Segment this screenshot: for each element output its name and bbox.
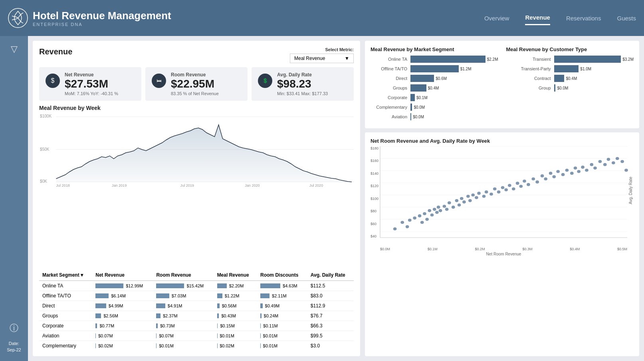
metric-dropdown[interactable]: Meal Revenue ▼ [290,54,354,63]
customer-bar-value: $1.0M [580,67,591,71]
col-net[interactable]: Net Revenue [92,270,153,281]
scatter-x-label: Net Room Revenue [380,252,627,256]
svg-point-37 [448,201,451,205]
market-segment-table: Market Segment ▾ Net Revenue Room Revenu… [39,270,354,350]
app-subtitle: ENTERPRISE DNA [33,22,171,27]
svg-point-33 [437,205,440,209]
customer-bar-label: Group [506,86,554,90]
right-top-charts: Meal Revenue by Market Segment Online TA… [365,41,639,128]
cell-adr: $83.0 [307,291,354,301]
scatter-title: Net Room Revenue and Avg. Daily Rate by … [371,138,634,144]
svg-point-56 [512,187,515,191]
sidebar-bottom: ⓘ Date: Sep-22 [7,322,21,353]
scatter-svg [380,146,627,246]
info-icon[interactable]: ⓘ [10,322,18,334]
week-chart-container: $100K $50K $0K [39,113,354,185]
room-revenue-icon: 🛏 [152,74,166,88]
net-revenue-sub: MoM: 7.16% YoY: -40.31 % [65,91,118,96]
kpi-net-revenue: $ Net Revenue $27.53M MoM: 7.16% YoY: -4… [39,67,141,101]
segment-bar-fill [410,65,459,72]
svg-point-41 [460,197,464,200]
nav-reservations[interactable]: Reservations [566,12,601,25]
table-row: Online TA $12.99M $15.42M $2.20M $4.63M [39,281,354,291]
cell-meal: $0.56M [214,301,257,311]
svg-point-53 [501,186,505,189]
room-revenue-label: Room Revenue [171,72,219,78]
cell-segment: Direct [39,301,92,311]
metric-value: Meal Revenue [294,56,325,61]
scatter-plot-body: $0.0M $0.1M $0.2M $0.3M $0.4M $0.5M Net … [380,146,627,246]
cell-adr: $3.0 [307,341,354,350]
svg-text:$100K: $100K [40,114,52,118]
segment-bar-value: $0.0M [413,115,424,119]
svg-point-21 [400,221,404,224]
net-revenue-icon: $ [46,74,60,88]
logo-icon [8,8,28,28]
svg-point-62 [535,180,539,183]
cell-adr: $112.5 [307,281,354,291]
y-label-180: $180 [371,146,378,150]
svg-point-79 [607,158,610,161]
week-chart-section: Meal Revenue by Week $100K $50K $0K [39,105,354,266]
customer-bar-fill [554,84,556,92]
scatter-y-label-container: Avg. Daily Rate [627,146,634,246]
col-adr[interactable]: Avg. Daily Rate [307,270,354,281]
daily-rate-sub: Min: $33.41 Max: $177.33 [277,91,328,96]
net-revenue-label: Net Revenue [65,72,118,78]
cell-net: $2.56M [92,311,153,321]
cell-room: $0.07M [153,331,214,341]
col-segment[interactable]: Market Segment ▾ [39,270,92,281]
svg-point-67 [556,170,560,173]
room-revenue-info: Room Revenue $22.95M 83.35 % of Net Reve… [171,72,219,96]
svg-point-20 [393,227,397,231]
cell-discounts: $0.11M [257,321,307,331]
customer-bar-label: Transient-Party [506,66,554,71]
y-label-160: $160 [371,159,378,163]
svg-point-26 [420,221,424,224]
segment-bar-value: $2.2M [487,57,498,62]
y-label-100: $100 [371,197,378,201]
nav-guests[interactable]: Guests [617,12,636,25]
customer-bar-track: $1.0M [554,65,634,72]
customer-bar-track: $3.2M [554,56,634,63]
nav-overview[interactable]: Overview [484,12,509,25]
room-revenue-sub: 83.35 % of Net Revenue [171,91,219,96]
svg-point-71 [574,167,577,170]
scatter-x-axis: $0.0M $0.1M $0.2M $0.3M $0.4M $0.5M [380,246,627,251]
segment-bar-fill [410,94,415,101]
svg-point-65 [549,172,553,175]
svg-point-40 [458,203,461,207]
segment-bar-value: $0.1M [416,96,428,100]
col-room[interactable]: Room Revenue [153,270,214,281]
cell-segment: Online TA [39,281,92,291]
cell-segment: Groups [39,311,92,321]
segment-bar-track: $0.0M [410,104,498,111]
filter-icon[interactable]: ▽ [11,44,18,54]
svg-point-46 [475,196,478,199]
col-discounts[interactable]: Room Discounts [257,270,307,281]
week-chart-svg: $100K $50K $0K [39,113,354,185]
svg-point-73 [581,166,585,169]
svg-text:Jul 2019: Jul 2019 [180,183,194,187]
right-panel: Meal Revenue by Market Segment Online TA… [365,41,639,356]
y-label-80: $80 [371,209,378,213]
meal-by-customer-panel: Meal Revenue by Customer Type Transient … [506,46,634,123]
svg-point-59 [523,180,526,183]
svg-point-72 [577,170,581,173]
table-row: Aviation $0.07M $0.07M $0.01M $0.01M [39,331,354,341]
svg-point-31 [433,208,436,211]
segment-bar-value: $0.6M [436,76,447,81]
logo-area: Hotel Revenue Management ENTERPRISE DNA [8,8,171,28]
segment-bar-label: Offline TA/TO [371,66,410,71]
cell-room: $0.01M [153,341,214,350]
segment-bar-row: Offline TA/TO $1.2M [371,65,498,72]
customer-bar-value: $0.0M [557,86,568,90]
right-charts-row: Meal Revenue by Market Segment Online TA… [371,46,634,123]
date-value: Sep-22 [7,347,21,352]
col-meal[interactable]: Meal Revenue [214,270,257,281]
cell-net: $12.99M [92,281,153,291]
nav-revenue[interactable]: Revenue [525,11,550,25]
customer-bar-row: Transient $3.2M [506,56,634,63]
net-revenue-info: Net Revenue $27.53M MoM: 7.16% YoY: -40.… [65,72,118,96]
customer-bar-fill [554,65,579,72]
